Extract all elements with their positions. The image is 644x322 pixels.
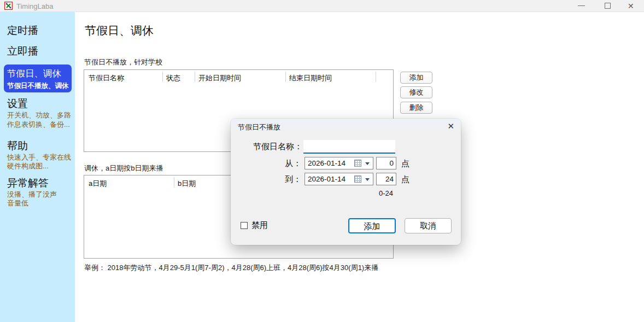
maximize-icon <box>605 3 611 9</box>
dialog-title: 节假日不播放 <box>238 122 280 132</box>
holiday-name-label: 节假日名称： <box>231 142 302 152</box>
holiday-name-input[interactable] <box>303 140 395 154</box>
sidebar-item-troubleshoot-subline: 没播、播了没声 <box>7 190 57 199</box>
column-divider <box>285 72 286 82</box>
holiday-col-start[interactable]: 开始日期时间 <box>198 73 241 83</box>
sidebar-item-timed-play[interactable]: 定时播 <box>7 24 38 38</box>
maximize-button[interactable] <box>595 0 620 12</box>
hour-range-hint: 0-24 <box>374 189 398 197</box>
dialog-add-button[interactable]: 添加 <box>348 218 396 233</box>
minimize-button[interactable] <box>569 0 594 12</box>
holiday-col-end[interactable]: 结束日期时间 <box>289 73 332 83</box>
sidebar: 定时播 立即播 节假日、调休 节假日不播放、调休 设置 开关机、功放、多路 作息… <box>0 12 75 322</box>
sidebar-item-instant-play[interactable]: 立即播 <box>7 44 38 58</box>
holiday-col-name[interactable]: 节假日名称 <box>89 73 124 83</box>
sidebar-item-settings[interactable]: 设置 <box>7 97 28 111</box>
to-hour-input[interactable]: 24 <box>376 173 396 185</box>
holiday-col-status[interactable]: 状态 <box>166 73 180 83</box>
from-hour-unit: 点 <box>401 159 409 169</box>
swap-section-label: 调休，a日期按b日期来播 <box>84 163 163 173</box>
swap-col-a[interactable]: a日期 <box>89 179 107 189</box>
sidebar-item-troubleshoot[interactable]: 异常解答 <box>7 176 49 190</box>
chevron-down-icon[interactable] <box>365 178 370 181</box>
to-date-value: 2026-01-14 <box>308 175 346 183</box>
calendar-icon <box>354 175 361 183</box>
disable-checkbox[interactable] <box>241 222 248 229</box>
sidebar-item-holiday-label: 节假日、调休 <box>7 68 69 80</box>
sidebar-item-troubleshoot-subline: 音量低 <box>7 199 28 208</box>
window-title: TimingLaba <box>16 2 53 10</box>
example-text: 举例： 2018年劳动节，4月29-5月1(周7-周2)，4月28(周6)上班，… <box>84 263 378 273</box>
holiday-dialog: 节假日不播放 ✕ 节假日名称： 从： 2026-01-14 0 点 到： 202… <box>231 119 461 245</box>
close-button[interactable]: ✕ <box>619 0 644 12</box>
column-divider <box>195 72 195 82</box>
sidebar-item-holiday-active[interactable]: 节假日、调休 节假日不播放、调休 <box>4 65 72 92</box>
close-icon: ✕ <box>628 1 634 11</box>
from-date-value: 2026-01-14 <box>308 159 346 167</box>
chevron-down-icon[interactable] <box>365 162 370 165</box>
to-label: 到： <box>231 174 301 185</box>
modify-holiday-button[interactable]: 修改 <box>400 86 432 98</box>
column-divider <box>376 72 376 82</box>
sidebar-item-help-subline: 硬件构成图... <box>7 162 49 171</box>
disable-checkbox-label: 禁用 <box>251 220 268 231</box>
sidebar-item-settings-subline: 作息表切换、备份... <box>7 120 70 129</box>
to-hour-unit: 点 <box>401 174 409 185</box>
to-date-picker[interactable]: 2026-01-14 <box>305 173 373 185</box>
window-titlebar: TimingLaba ✕ <box>0 0 644 12</box>
sidebar-item-holiday-sublabel: 节假日不播放、调休 <box>7 81 69 91</box>
from-hour-input[interactable]: 0 <box>376 157 396 169</box>
delete-holiday-button[interactable]: 删除 <box>400 102 432 114</box>
app-logo-icon <box>4 2 13 10</box>
from-date-picker[interactable]: 2026-01-14 <box>305 157 373 169</box>
column-divider <box>174 177 174 188</box>
holiday-section-label: 节假日不播放，针对学校 <box>84 57 162 67</box>
swap-col-b[interactable]: b日期 <box>178 179 196 189</box>
sidebar-item-help[interactable]: 帮助 <box>7 139 28 153</box>
from-label: 从： <box>231 159 301 169</box>
calendar-icon <box>354 160 361 167</box>
add-holiday-button[interactable]: 添加 <box>400 72 432 84</box>
dialog-close-icon[interactable]: ✕ <box>447 121 454 132</box>
dialog-cancel-button[interactable]: 取消 <box>405 218 452 233</box>
minimize-icon <box>578 5 585 6</box>
column-divider <box>162 72 163 82</box>
sidebar-item-help-subline: 快速入手、专家在线 <box>7 153 71 162</box>
sidebar-item-settings-subline: 开关机、功放、多路 <box>7 111 71 120</box>
page-title: 节假日、调休 <box>85 23 154 38</box>
